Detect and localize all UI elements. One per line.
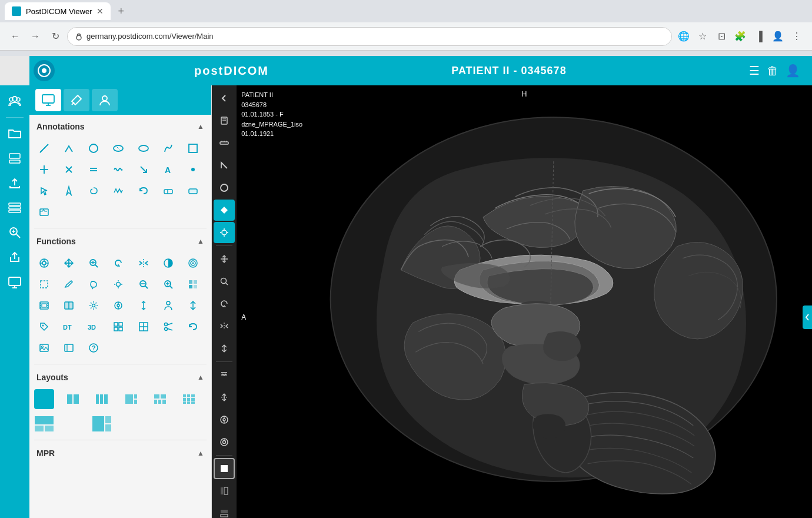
func-image2[interactable]	[59, 338, 79, 358]
tool-wave[interactable]	[108, 160, 128, 180]
func-lasso[interactable]	[84, 274, 104, 294]
tool-zigzag[interactable]	[108, 181, 128, 201]
tool-eraser2[interactable]	[183, 181, 203, 201]
func-contrast[interactable]	[158, 253, 178, 273]
tab-display[interactable]	[35, 89, 61, 111]
func-zoom[interactable]	[84, 253, 104, 273]
tool-scissors[interactable]	[59, 160, 79, 180]
func-scissors2[interactable]	[158, 317, 178, 337]
tool-circle[interactable]	[84, 138, 104, 158]
functions-header[interactable]: Functions ▲	[29, 232, 211, 251]
vtb-ruler[interactable]	[214, 132, 235, 154]
func-settings1[interactable]	[84, 295, 104, 316]
sidebar-patients-button[interactable]	[4, 90, 26, 112]
vtb-move[interactable]	[214, 248, 235, 270]
func-film1[interactable]	[34, 295, 54, 316]
vtb-cine1[interactable]	[214, 409, 235, 430]
func-grid2[interactable]	[134, 317, 154, 337]
tool-eraser1[interactable]	[158, 181, 178, 201]
profile-button[interactable]: 👤	[770, 28, 786, 45]
tab-user[interactable]	[92, 89, 118, 111]
func-brightness[interactable]	[108, 274, 128, 294]
func-image1[interactable]	[34, 338, 54, 358]
layout-mixed[interactable]	[121, 389, 141, 409]
vtb-rotate[interactable]	[214, 293, 235, 314]
vtb-zoom[interactable]	[214, 271, 235, 292]
func-settings2[interactable]	[108, 295, 128, 316]
layout-3x3[interactable]	[179, 389, 199, 409]
tab-close-button[interactable]: ✕	[96, 6, 104, 16]
refresh-button[interactable]: ↻	[47, 28, 64, 45]
func-arrows[interactable]	[134, 295, 154, 316]
annotations-header[interactable]: Annotations ▲	[29, 117, 211, 136]
back-button[interactable]: ←	[7, 28, 24, 45]
tool-freehand[interactable]	[158, 138, 178, 158]
sidebar-list-button[interactable]	[4, 197, 26, 219]
sidebar-button[interactable]: ▐	[751, 28, 767, 45]
func-zoom-in[interactable]	[158, 274, 178, 294]
tool-cursor[interactable]	[59, 181, 79, 201]
bookmark-button[interactable]: ☆	[694, 28, 711, 45]
layout-2x3[interactable]	[150, 389, 170, 409]
func-move[interactable]	[59, 253, 79, 273]
vtb-split-v[interactable]	[214, 503, 235, 518]
vtb-layers[interactable]	[214, 364, 235, 386]
tool-ellipse[interactable]	[134, 138, 154, 158]
tool-lasso[interactable]	[84, 181, 104, 201]
user-button[interactable]: 👤	[786, 64, 800, 78]
tool-undo[interactable]	[134, 181, 154, 201]
extension-button[interactable]: 🧩	[732, 28, 748, 45]
sidebar-edit-button[interactable]	[4, 147, 26, 170]
vtb-cine2[interactable]	[214, 431, 235, 453]
sidebar-folder-button[interactable]	[4, 122, 26, 145]
vtb-stack[interactable]	[214, 338, 235, 359]
mpr-header[interactable]: MPR ▲	[29, 444, 211, 463]
layouts-header[interactable]: Layouts ▲	[29, 368, 211, 387]
vtb-white-square[interactable]	[214, 458, 235, 479]
layout-1x2[interactable]	[63, 389, 83, 409]
tool-dot[interactable]	[183, 160, 203, 180]
vtb-scroll-v[interactable]	[214, 387, 235, 408]
forward-button[interactable]: →	[27, 28, 44, 45]
vtb-diamond[interactable]	[214, 200, 235, 221]
sidebar-search-button[interactable]	[4, 221, 26, 244]
tool-rect[interactable]	[183, 138, 203, 158]
sidebar-share-button[interactable]	[4, 246, 26, 268]
tool-angle[interactable]	[59, 138, 79, 158]
tool-cross[interactable]	[34, 160, 54, 180]
tab-search-button[interactable]: ⊡	[713, 28, 730, 45]
browser-tab[interactable]: PostDICOM Viewer ✕	[5, 2, 111, 20]
sidebar-upload-button[interactable]	[4, 172, 26, 194]
vtb-circle[interactable]	[214, 177, 235, 198]
func-undo2[interactable]	[183, 317, 203, 337]
vtb-angle[interactable]	[214, 155, 235, 176]
func-help[interactable]: ?	[84, 338, 104, 358]
func-zoom-out[interactable]	[134, 274, 154, 294]
func-square-select[interactable]	[34, 274, 54, 294]
layout-side-split[interactable]	[92, 414, 112, 434]
func-dt[interactable]: DT	[59, 317, 79, 337]
tool-pointer[interactable]	[34, 181, 54, 201]
vtb-flip-v[interactable]	[214, 316, 235, 337]
func-person[interactable]	[158, 295, 178, 316]
new-tab-button[interactable]: +	[113, 3, 129, 20]
collapse-tab[interactable]	[803, 306, 812, 329]
vtb-chevron-left[interactable]	[214, 88, 235, 109]
func-film2[interactable]	[59, 295, 79, 316]
translate-button[interactable]: 🌐	[675, 28, 692, 45]
tab-tools[interactable]	[64, 89, 89, 111]
tool-arrow[interactable]	[134, 160, 154, 180]
func-3d[interactable]: 3D	[84, 317, 104, 337]
func-cog-circle[interactable]	[34, 253, 54, 273]
vtb-brightness[interactable]	[214, 222, 235, 243]
list-icon-button[interactable]: ☰	[749, 64, 760, 78]
tool-equals[interactable]	[84, 160, 104, 180]
layout-1x1[interactable]	[34, 389, 54, 409]
tool-ruler[interactable]	[34, 138, 54, 158]
tool-text[interactable]: A	[158, 160, 178, 180]
func-color[interactable]	[183, 274, 203, 294]
layout-bottom-split[interactable]	[34, 414, 54, 434]
address-bar[interactable]: germany.postdicom.com/Viewer/Main	[67, 27, 672, 46]
tool-screenshot[interactable]	[34, 202, 54, 222]
func-target[interactable]	[183, 253, 203, 273]
